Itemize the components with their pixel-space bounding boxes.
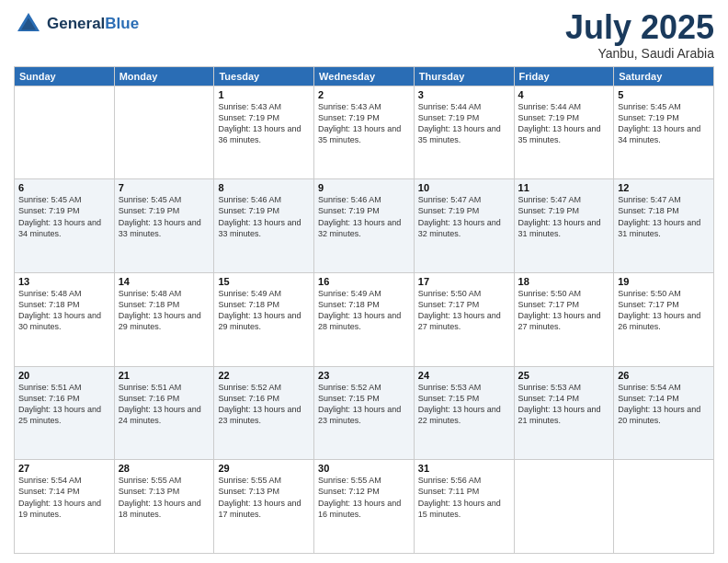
week-row-4: 20Sunrise: 5:51 AM Sunset: 7:16 PM Dayli… <box>15 366 714 460</box>
logo-blue: Blue <box>105 15 139 32</box>
table-cell: 17Sunrise: 5:50 AM Sunset: 7:17 PM Dayli… <box>414 272 514 366</box>
day-info: Sunrise: 5:51 AM Sunset: 7:16 PM Dayligh… <box>119 382 210 427</box>
table-cell: 27Sunrise: 5:54 AM Sunset: 7:14 PM Dayli… <box>15 460 115 554</box>
col-friday: Friday <box>514 66 614 86</box>
day-info: Sunrise: 5:54 AM Sunset: 7:14 PM Dayligh… <box>618 382 710 427</box>
day-info: Sunrise: 5:47 AM Sunset: 7:19 PM Dayligh… <box>518 194 610 239</box>
day-number: 18 <box>518 276 610 287</box>
table-cell <box>15 86 115 179</box>
day-number: 6 <box>18 182 110 193</box>
day-info: Sunrise: 5:48 AM Sunset: 7:18 PM Dayligh… <box>18 288 110 333</box>
day-number: 22 <box>218 370 310 381</box>
table-cell: 30Sunrise: 5:55 AM Sunset: 7:12 PM Dayli… <box>314 460 415 554</box>
day-number: 23 <box>318 370 410 381</box>
table-cell: 20Sunrise: 5:51 AM Sunset: 7:16 PM Dayli… <box>15 366 115 460</box>
table-cell: 29Sunrise: 5:55 AM Sunset: 7:13 PM Dayli… <box>214 460 314 554</box>
logo-general: General <box>47 15 105 32</box>
week-row-1: 1Sunrise: 5:43 AM Sunset: 7:19 PM Daylig… <box>15 86 714 179</box>
month-title: July 2025 <box>565 9 714 46</box>
day-number: 21 <box>119 370 210 381</box>
col-sunday: Sunday <box>15 66 115 86</box>
header: GeneralBlue July 2025 Yanbu, Saudi Arabi… <box>14 9 714 61</box>
calendar-table: Sunday Monday Tuesday Wednesday Thursday… <box>14 66 714 554</box>
day-info: Sunrise: 5:44 AM Sunset: 7:19 PM Dayligh… <box>418 101 510 146</box>
day-number: 2 <box>318 89 410 100</box>
day-info: Sunrise: 5:55 AM Sunset: 7:13 PM Dayligh… <box>218 475 310 520</box>
day-info: Sunrise: 5:46 AM Sunset: 7:19 PM Dayligh… <box>218 194 310 239</box>
day-info: Sunrise: 5:52 AM Sunset: 7:16 PM Dayligh… <box>218 382 310 427</box>
logo-text: GeneralBlue <box>47 15 139 33</box>
day-info: Sunrise: 5:53 AM Sunset: 7:15 PM Dayligh… <box>418 382 510 427</box>
table-cell: 8Sunrise: 5:46 AM Sunset: 7:19 PM Daylig… <box>214 179 314 273</box>
table-cell: 14Sunrise: 5:48 AM Sunset: 7:18 PM Dayli… <box>114 272 214 366</box>
table-cell: 7Sunrise: 5:45 AM Sunset: 7:19 PM Daylig… <box>114 179 214 273</box>
day-info: Sunrise: 5:53 AM Sunset: 7:14 PM Dayligh… <box>518 382 610 427</box>
table-cell: 23Sunrise: 5:52 AM Sunset: 7:15 PM Dayli… <box>314 366 415 460</box>
day-number: 5 <box>618 89 710 100</box>
page: GeneralBlue July 2025 Yanbu, Saudi Arabi… <box>0 0 728 563</box>
day-info: Sunrise: 5:49 AM Sunset: 7:18 PM Dayligh… <box>318 288 410 333</box>
day-number: 30 <box>318 463 410 474</box>
day-number: 20 <box>18 370 110 381</box>
day-number: 29 <box>218 463 310 474</box>
day-number: 3 <box>418 89 510 100</box>
day-info: Sunrise: 5:45 AM Sunset: 7:19 PM Dayligh… <box>18 194 110 239</box>
day-info: Sunrise: 5:48 AM Sunset: 7:18 PM Dayligh… <box>119 288 210 333</box>
day-info: Sunrise: 5:45 AM Sunset: 7:19 PM Dayligh… <box>618 101 710 146</box>
day-number: 14 <box>119 276 210 287</box>
col-monday: Monday <box>114 66 214 86</box>
day-number: 27 <box>18 463 110 474</box>
week-row-3: 13Sunrise: 5:48 AM Sunset: 7:18 PM Dayli… <box>15 272 714 366</box>
day-info: Sunrise: 5:43 AM Sunset: 7:19 PM Dayligh… <box>318 101 410 146</box>
table-cell: 11Sunrise: 5:47 AM Sunset: 7:19 PM Dayli… <box>514 179 614 273</box>
day-number: 10 <box>418 182 510 193</box>
table-cell: 15Sunrise: 5:49 AM Sunset: 7:18 PM Dayli… <box>214 272 314 366</box>
table-cell: 26Sunrise: 5:54 AM Sunset: 7:14 PM Dayli… <box>614 366 714 460</box>
table-cell: 24Sunrise: 5:53 AM Sunset: 7:15 PM Dayli… <box>414 366 514 460</box>
day-number: 28 <box>119 463 210 474</box>
col-saturday: Saturday <box>614 66 714 86</box>
week-row-5: 27Sunrise: 5:54 AM Sunset: 7:14 PM Dayli… <box>15 460 714 554</box>
day-info: Sunrise: 5:50 AM Sunset: 7:17 PM Dayligh… <box>618 288 710 333</box>
table-cell: 31Sunrise: 5:56 AM Sunset: 7:11 PM Dayli… <box>414 460 514 554</box>
table-cell: 25Sunrise: 5:53 AM Sunset: 7:14 PM Dayli… <box>514 366 614 460</box>
table-cell: 2Sunrise: 5:43 AM Sunset: 7:19 PM Daylig… <box>314 86 415 179</box>
day-number: 13 <box>18 276 110 287</box>
day-number: 26 <box>618 370 710 381</box>
table-cell: 21Sunrise: 5:51 AM Sunset: 7:16 PM Dayli… <box>114 366 214 460</box>
day-info: Sunrise: 5:51 AM Sunset: 7:16 PM Dayligh… <box>18 382 110 427</box>
day-info: Sunrise: 5:47 AM Sunset: 7:19 PM Dayligh… <box>418 194 510 239</box>
day-info: Sunrise: 5:46 AM Sunset: 7:19 PM Dayligh… <box>318 194 410 239</box>
day-number: 1 <box>218 89 310 100</box>
col-wednesday: Wednesday <box>314 66 415 86</box>
table-cell: 18Sunrise: 5:50 AM Sunset: 7:17 PM Dayli… <box>514 272 614 366</box>
table-cell: 10Sunrise: 5:47 AM Sunset: 7:19 PM Dayli… <box>414 179 514 273</box>
table-cell: 1Sunrise: 5:43 AM Sunset: 7:19 PM Daylig… <box>214 86 314 179</box>
day-number: 25 <box>518 370 610 381</box>
table-cell: 13Sunrise: 5:48 AM Sunset: 7:18 PM Dayli… <box>15 272 115 366</box>
day-info: Sunrise: 5:45 AM Sunset: 7:19 PM Dayligh… <box>119 194 210 239</box>
day-info: Sunrise: 5:43 AM Sunset: 7:19 PM Dayligh… <box>218 101 310 146</box>
table-cell: 3Sunrise: 5:44 AM Sunset: 7:19 PM Daylig… <box>414 86 514 179</box>
day-info: Sunrise: 5:52 AM Sunset: 7:15 PM Dayligh… <box>318 382 410 427</box>
table-cell <box>114 86 214 179</box>
calendar-header-row: Sunday Monday Tuesday Wednesday Thursday… <box>15 66 714 86</box>
title-block: July 2025 Yanbu, Saudi Arabia <box>565 9 714 61</box>
day-number: 15 <box>218 276 310 287</box>
day-info: Sunrise: 5:55 AM Sunset: 7:13 PM Dayligh… <box>119 475 210 520</box>
location-subtitle: Yanbu, Saudi Arabia <box>565 46 714 61</box>
day-number: 8 <box>218 182 310 193</box>
logo-icon <box>14 9 43 39</box>
week-row-2: 6Sunrise: 5:45 AM Sunset: 7:19 PM Daylig… <box>15 179 714 273</box>
col-thursday: Thursday <box>414 66 514 86</box>
table-cell: 6Sunrise: 5:45 AM Sunset: 7:19 PM Daylig… <box>15 179 115 273</box>
day-info: Sunrise: 5:50 AM Sunset: 7:17 PM Dayligh… <box>518 288 610 333</box>
day-number: 16 <box>318 276 410 287</box>
day-info: Sunrise: 5:55 AM Sunset: 7:12 PM Dayligh… <box>318 475 410 520</box>
table-cell: 12Sunrise: 5:47 AM Sunset: 7:18 PM Dayli… <box>614 179 714 273</box>
table-cell: 5Sunrise: 5:45 AM Sunset: 7:19 PM Daylig… <box>614 86 714 179</box>
table-cell: 28Sunrise: 5:55 AM Sunset: 7:13 PM Dayli… <box>114 460 214 554</box>
day-number: 31 <box>418 463 510 474</box>
table-cell <box>614 460 714 554</box>
day-number: 4 <box>518 89 610 100</box>
